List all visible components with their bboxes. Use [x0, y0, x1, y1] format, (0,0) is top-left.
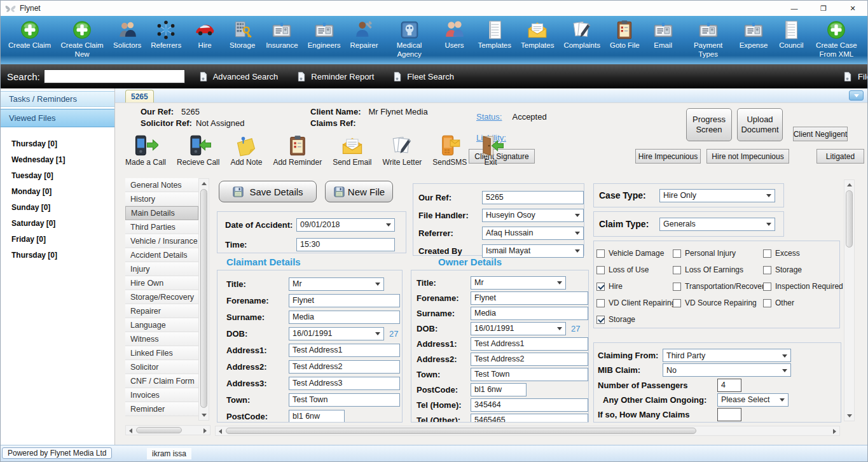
- menu-item-cnf-claim-form[interactable]: CNF / Claim Form: [125, 374, 198, 388]
- menu-item-main-details[interactable]: Main Details: [125, 206, 198, 220]
- checkbox-unchecked-icon[interactable]: [596, 266, 605, 274]
- menu-item-history[interactable]: History: [125, 192, 198, 206]
- referrer-dropdown[interactable]: Afaq Hussain: [482, 227, 584, 240]
- write-letter-button[interactable]: Write Letter: [383, 133, 422, 167]
- add-reminder-button[interactable]: Add Reminder: [273, 133, 322, 167]
- menu-item-linked-files[interactable]: Linked Files: [125, 346, 198, 360]
- engineers-button[interactable]: Engineers: [304, 19, 345, 50]
- tel-home-input[interactable]: 345464: [471, 398, 588, 412]
- storage-button[interactable]: Storage: [224, 19, 260, 50]
- checkbox-8-inspection-required[interactable]: Inspection Required: [763, 278, 842, 295]
- tel-other-input[interactable]: 5465465: [471, 414, 588, 423]
- passengers-input[interactable]: 4: [717, 379, 741, 392]
- menu-item-invoices[interactable]: Invoices: [125, 388, 198, 402]
- advanced-search-button[interactable]: Advanced Search: [198, 71, 279, 83]
- status-link[interactable]: Status:: [476, 112, 502, 122]
- repairer-button[interactable]: Repairer: [346, 19, 382, 50]
- checkbox-1-personal-injury[interactable]: Personal Injury: [673, 245, 763, 262]
- town-input[interactable]: Test Town: [289, 393, 400, 407]
- search-input[interactable]: [44, 69, 185, 83]
- checkbox-checked-icon[interactable]: [596, 283, 605, 291]
- goto-file-button[interactable]: Goto File: [606, 19, 644, 50]
- title-dropdown[interactable]: Mr: [471, 276, 566, 290]
- forename-input[interactable]: Flynet: [471, 291, 588, 305]
- day-item-4-sunday-0[interactable]: Sunday [0]: [1, 199, 114, 215]
- checkbox-10-vd-source-repairing[interactable]: VD Source Repairing: [673, 295, 763, 311]
- claim-type-dropdown[interactable]: Generals: [659, 218, 775, 231]
- sendsms-button[interactable]: SendSMS: [432, 133, 467, 167]
- recieve-call-button[interactable]: Recieve Call: [177, 133, 219, 167]
- menu-item-vehicle-insurance[interactable]: Vehicle / Insurance: [125, 234, 198, 248]
- save-details-button[interactable]: Save Details: [219, 181, 317, 202]
- reminder-report-button[interactable]: Reminder Report: [296, 71, 374, 83]
- menu-item-accident-details[interactable]: Accident Details: [125, 248, 198, 262]
- checkbox-unchecked-icon[interactable]: [673, 283, 681, 291]
- day-item-3-monday-0[interactable]: Monday [0]: [1, 183, 114, 199]
- form-vscrollbar[interactable]: [844, 179, 855, 421]
- day-item-5-saturday-0[interactable]: Saturday [0]: [1, 215, 114, 231]
- address2-input[interactable]: Test Address2: [471, 353, 588, 366]
- complaints-button[interactable]: Complaints: [560, 19, 604, 50]
- day-item-6-friday-0[interactable]: Friday [0]: [1, 231, 114, 247]
- checkbox-unchecked-icon[interactable]: [763, 283, 771, 291]
- medical-agency-button[interactable]: Medical Agency: [384, 19, 435, 59]
- checkbox-0-vehicle-damage[interactable]: Vehicle Damage: [596, 245, 673, 262]
- surname-input[interactable]: Media: [289, 311, 400, 324]
- our-ref-input[interactable]: 5265: [482, 191, 584, 204]
- menu-scrollbar[interactable]: [198, 178, 209, 421]
- insurance-button[interactable]: Insurance: [262, 19, 302, 50]
- checkbox-6-hire[interactable]: Hire: [596, 278, 673, 295]
- referrers-button[interactable]: Referrers: [147, 19, 185, 50]
- sidebar-tab-tasks-reminders[interactable]: Tasks / Reminders: [1, 91, 114, 107]
- menu-item-reminder[interactable]: Reminder: [125, 402, 198, 416]
- checkbox-unchecked-icon[interactable]: [763, 249, 771, 258]
- close-button[interactable]: ✕: [838, 1, 867, 16]
- create-claim-new-button[interactable]: Create Claim New: [57, 19, 107, 59]
- send-email-button[interactable]: Send Email: [333, 133, 371, 167]
- council-button[interactable]: Council: [773, 19, 809, 50]
- hire-button[interactable]: Hire: [187, 19, 223, 50]
- mib-claim-dropdown[interactable]: No: [663, 363, 791, 377]
- create-case-from-xml-button[interactable]: Create Case From XML: [811, 19, 862, 59]
- postcode-input[interactable]: bl1 6nw: [289, 410, 345, 423]
- upload-document-button[interactable]: Upload Document: [737, 108, 783, 141]
- templates-button[interactable]: Templates: [474, 19, 515, 50]
- email-button[interactable]: Email: [645, 19, 681, 50]
- case-tab-5265[interactable]: 5265: [125, 90, 154, 102]
- exit-button[interactable]: Exit: [478, 133, 504, 167]
- how-many-claims-input[interactable]: [717, 408, 741, 421]
- menu-item-language[interactable]: Language: [125, 318, 198, 332]
- created-by-dropdown[interactable]: Ismail Mayat: [482, 244, 584, 258]
- hire-not-impecunious-button[interactable]: Hire not Impecunious: [706, 149, 789, 164]
- case-type-dropdown[interactable]: Hire Only: [659, 189, 775, 202]
- menu-item-third-parties[interactable]: Third Parties: [125, 220, 198, 234]
- file-handler-dropdown[interactable]: Huseyin Osoy: [482, 209, 584, 222]
- file-search-button[interactable]: File: [842, 71, 867, 83]
- checkbox-12-storage[interactable]: Storage: [596, 311, 673, 328]
- checkbox-unchecked-icon[interactable]: [673, 299, 681, 307]
- menu-item-storage-recovery[interactable]: Storage/Recovery: [125, 290, 198, 304]
- new-file-button[interactable]: New File: [325, 181, 393, 202]
- checkbox-9-vd-client-repairing[interactable]: VD Client Repairing: [596, 295, 673, 311]
- address2-input[interactable]: Test Address2: [289, 360, 400, 374]
- litigated-button[interactable]: Litigated: [816, 149, 864, 164]
- users-button[interactable]: Users: [437, 19, 472, 50]
- hire-impecunious-button[interactable]: Hire Impecunious: [635, 149, 701, 164]
- minimize-button[interactable]: —: [780, 1, 809, 16]
- fleet-search-button[interactable]: Fleet Search: [392, 71, 454, 83]
- checkbox-7-transportation-recovery[interactable]: Transportation/Recovery: [673, 278, 763, 295]
- menu-item-injury[interactable]: Injury: [125, 262, 198, 276]
- menu-item-witness[interactable]: Witness: [125, 332, 198, 346]
- checkbox-2-excess[interactable]: Excess: [763, 245, 842, 262]
- dob-dropdown[interactable]: 16/01/1991: [471, 322, 566, 335]
- day-item-2-tuesday-0[interactable]: Tuesday [0]: [1, 167, 114, 183]
- menu-item-solicitor[interactable]: Solicitor: [125, 360, 198, 374]
- postcode-input[interactable]: bl1 6nw: [471, 383, 527, 396]
- checkbox-unchecked-icon[interactable]: [763, 266, 771, 274]
- menu-item-repairer[interactable]: Repairer: [125, 304, 198, 318]
- expense-button[interactable]: Expense: [736, 19, 772, 50]
- progress-screen-button[interactable]: Progress Screen: [686, 108, 732, 141]
- maximize-button[interactable]: ❐: [809, 1, 838, 16]
- forename-input[interactable]: Flynet: [289, 294, 400, 307]
- menu-hscrollbar[interactable]: [125, 425, 210, 435]
